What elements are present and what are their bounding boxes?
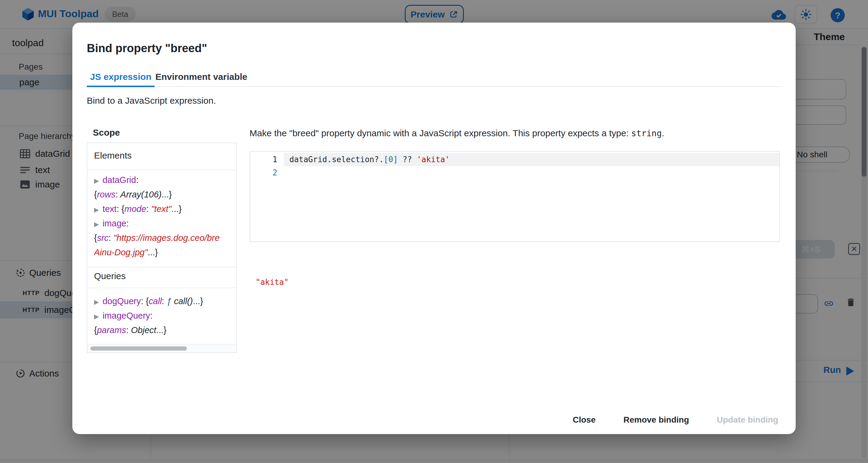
tabs-divider: [87, 86, 781, 87]
scope-tree-row[interactable]: ▶dogQuery: {call: ƒ call()...}: [94, 294, 237, 308]
line-number: 1: [250, 155, 277, 164]
scope-tree-row: Ainu-Dog.jpg"...}: [94, 245, 237, 259]
divider: [87, 287, 236, 288]
line-number: 2: [250, 168, 277, 177]
tab-js-expression[interactable]: JS expression: [87, 68, 155, 85]
expected-type: string: [631, 128, 661, 138]
scope-tree-row[interactable]: ▶image:: [94, 216, 237, 230]
tab-environment-variable[interactable]: Environment variable: [155, 68, 248, 85]
scope-tree-row[interactable]: ▶text: {mode: "text"...}: [94, 202, 237, 216]
scope-label: Scope: [93, 127, 120, 138]
remove-binding-button[interactable]: Remove binding: [619, 412, 693, 428]
bind-property-dialog: Bind property "breed" JS expression Envi…: [72, 23, 796, 434]
dialog-actions: Close Remove binding Update binding: [568, 412, 782, 428]
divider: [87, 267, 236, 267]
scope-tree-row: {rows: Array(106)...}: [94, 187, 237, 202]
scope-scrollbar-thumb[interactable]: [90, 346, 187, 350]
queries-header: Queries: [94, 271, 126, 281]
scope-tree-row[interactable]: ▶imageQuery:: [94, 308, 237, 323]
dialog-description: Bind to a JavaScript expression.: [87, 96, 216, 106]
code-editor[interactable]: 1 2 dataGrid.selection?.[0] ?? 'akita': [250, 151, 780, 242]
dialog-title: Bind property "breed": [87, 42, 207, 55]
editor-hint: Make the "breed" property dynamic with a…: [250, 128, 783, 138]
scope-tree-row: {params: Object...}: [94, 323, 237, 337]
active-tab-indicator: [87, 86, 155, 87]
scope-panel: Elements ▶dataGrid: {rows: Array(106)...…: [87, 143, 237, 353]
expression-result: "akita": [255, 278, 289, 287]
scope-tree-row: {src: "https://images.dog.ceo/bre: [94, 230, 237, 245]
code-line[interactable]: dataGrid.selection?.[0] ?? 'akita': [289, 155, 450, 164]
update-binding-button[interactable]: Update binding: [712, 412, 782, 428]
scope-tree-row[interactable]: ▶dataGrid:: [94, 173, 237, 187]
divider: [87, 170, 236, 170]
elements-header: Elements: [94, 150, 132, 161]
close-button[interactable]: Close: [568, 412, 600, 428]
